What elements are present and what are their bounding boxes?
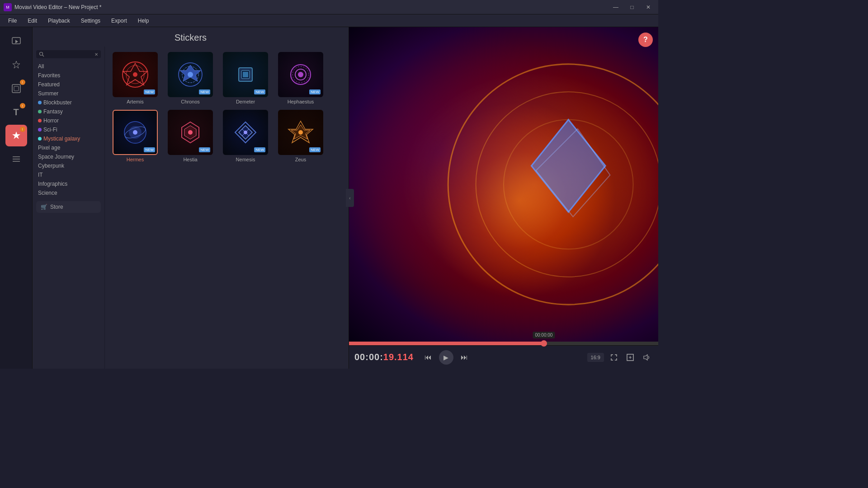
store-label: Store [50,204,63,210]
sticker-nemesis[interactable]: NEW Nemesis [221,110,270,162]
preview-video [349,27,658,342]
sticker-hermes-thumb: NEW [113,110,158,155]
sticker-hephaestus[interactable]: NEW Hephaestus [276,52,326,104]
fullscreen-icon [610,354,618,361]
maximize-button[interactable]: □ [626,3,638,12]
category-cyberpunk[interactable]: Cyberpunk [36,161,101,170]
menu-edit[interactable]: Edit [23,16,42,25]
menu-help[interactable]: Help [133,16,154,25]
search-icon [39,52,44,57]
hephaestus-label: Hephaestus [288,99,314,104]
stickers-body: ✕ All Favorites Featured Summer Blockbus… [33,47,349,369]
main-layout: ! T ! ! Stickers ✕ All [0,27,658,369]
category-summer[interactable]: Summer [36,89,101,98]
search-box[interactable]: ✕ [36,50,101,58]
sticker-nemesis-thumb: NEW [223,110,268,155]
nemesis-new-badge: NEW [254,147,265,152]
help-button[interactable]: ? [638,33,653,47]
sticker-hermes[interactable]: NEW Hermes [110,110,160,162]
collapse-panel-button[interactable]: ‹ [346,189,354,207]
skip-back-button[interactable]: ⏮ [421,350,435,365]
category-favorites[interactable]: Favorites [36,71,101,80]
titlebar: M Movavi Video Editor – New Project * — … [0,0,658,14]
category-pixel[interactable]: Pixel age [36,143,101,152]
window-controls: — □ ✕ [609,3,655,12]
menu-export[interactable]: Export [107,16,132,25]
svg-point-27 [133,130,137,135]
sticker-zeus[interactable]: NEW Zeus [276,110,326,162]
menu-file[interactable]: File [4,16,21,25]
chronos-label: Chronos [181,99,200,104]
stickers-sidebar: ✕ All Favorites Featured Summer Blockbus… [33,47,105,369]
preview-area: ? 00:00:00 [349,27,658,369]
sticker-demeter-thumb: NEW [223,52,268,97]
sticker-hestia[interactable]: NEW Hestia [165,110,215,162]
category-horror[interactable]: Horror [36,116,101,125]
category-all[interactable]: All [36,62,101,71]
text-tool-button[interactable]: T ! [5,101,27,123]
fullscreen-preview-button[interactable] [608,351,620,364]
play-button[interactable]: ▶ [439,350,453,365]
category-it[interactable]: IT [36,170,101,179]
category-mystical[interactable]: Mystical galaxy [36,134,101,143]
artemis-icon [119,59,151,90]
category-space-journey[interactable]: Space Journey [36,152,101,161]
svg-rect-3 [14,86,19,91]
stickers-badge: ! [20,127,25,132]
hermes-icon [119,117,151,148]
minimize-button[interactable]: — [609,3,622,12]
skip-forward-button[interactable]: ⏭ [457,350,472,365]
nemesis-label: Nemesis [236,157,255,162]
search-input[interactable] [44,52,94,57]
sticker-chronos-thumb: NEW [168,52,213,97]
zeus-label: Zeus [295,157,306,162]
expand-icon [627,354,634,361]
time-tooltip: 00:00:00 [533,332,555,338]
hestia-icon [175,117,206,148]
sticker-chronos[interactable]: NEW Chronos [165,52,215,104]
expand-button[interactable] [624,351,637,364]
svg-point-16 [188,72,193,77]
category-scifi[interactable]: Sci-Fi [36,125,101,134]
transitions-tool-button[interactable] [5,148,27,170]
sticker-hephaestus-thumb: NEW [278,52,323,97]
sticker-artemis[interactable]: NEW Artemis [110,52,160,104]
titles-tool-button[interactable]: ! [5,78,27,99]
zeus-icon [285,117,316,148]
category-fantasy[interactable]: Fantasy [36,107,101,116]
menu-playback[interactable]: Playback [43,16,75,25]
preview-screen: ? [349,27,658,342]
media-tool-button[interactable] [5,31,27,52]
category-blockbuster[interactable]: Blockbuster [36,98,101,107]
category-list: All Favorites Featured Summer Blockbuste… [36,62,101,197]
aspect-ratio-button[interactable]: 16:9 [587,353,604,362]
category-featured[interactable]: Featured [36,80,101,89]
stickers-tool-button[interactable]: ! [5,125,27,146]
store-icon: 🛒 [41,204,47,210]
sticker-artemis-thumb: NEW [113,52,158,97]
zeus-new-badge: NEW [309,147,321,152]
effects-tool-button[interactable] [5,54,27,76]
preview-overlay-svg [349,27,658,342]
blockbuster-dot [38,101,42,104]
hephaestus-new-badge: NEW [309,89,321,94]
demeter-label: Demeter [236,99,255,104]
svg-point-38 [298,130,303,135]
scifi-dot [38,128,42,131]
sticker-demeter[interactable]: NEW Demeter [221,52,270,104]
volume-button[interactable] [640,351,653,364]
preview-timeline-thumb[interactable] [541,340,547,347]
preview-timeline-fill [349,342,544,345]
close-button[interactable]: ✕ [642,3,655,12]
demeter-icon [230,59,261,90]
playback-controls: 00:00:19.114 ⏮ ▶ ⏭ 16:9 [349,345,658,369]
preview-timeline-bar[interactable]: 00:00:00 [349,342,658,345]
artemis-label: Artemis [127,99,143,104]
store-button[interactable]: 🛒 Store [36,201,101,213]
menu-settings[interactable]: Settings [76,16,105,25]
category-infographics[interactable]: Infographics [36,179,101,188]
search-clear-button[interactable]: ✕ [94,52,98,57]
category-science[interactable]: Science [36,188,101,197]
hermes-label: Hermes [127,157,144,162]
stickers-panel: Stickers ✕ All Favorites Featured Summer… [33,27,349,369]
